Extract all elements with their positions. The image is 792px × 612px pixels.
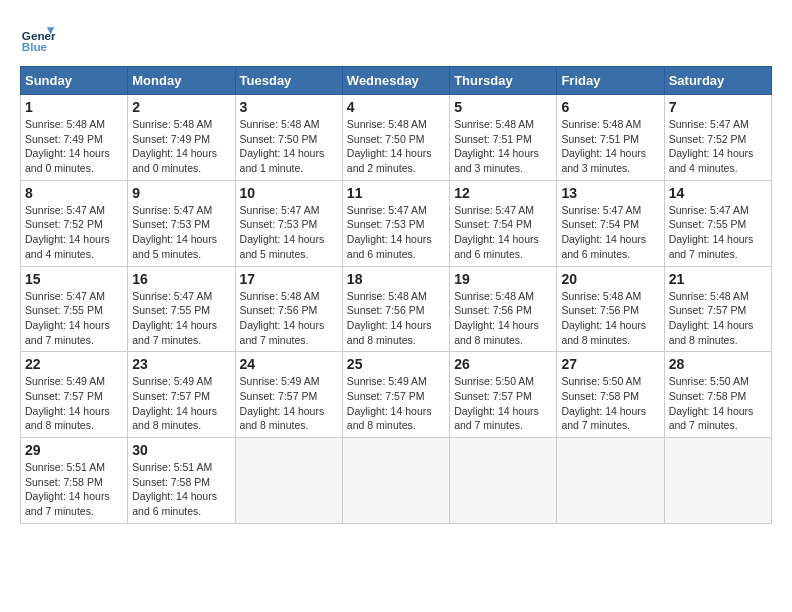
day-number: 30 bbox=[132, 442, 230, 458]
day-info: Sunrise: 5:47 AM Sunset: 7:55 PM Dayligh… bbox=[25, 289, 123, 348]
logo-icon: General Blue bbox=[20, 20, 56, 56]
day-number: 23 bbox=[132, 356, 230, 372]
day-number: 6 bbox=[561, 99, 659, 115]
calendar-day-cell: 30 Sunrise: 5:51 AM Sunset: 7:58 PM Dayl… bbox=[128, 438, 235, 524]
day-info: Sunrise: 5:48 AM Sunset: 7:49 PM Dayligh… bbox=[132, 117, 230, 176]
calendar-day-cell: 27 Sunrise: 5:50 AM Sunset: 7:58 PM Dayl… bbox=[557, 352, 664, 438]
day-info: Sunrise: 5:47 AM Sunset: 7:53 PM Dayligh… bbox=[132, 203, 230, 262]
calendar-day-cell: 3 Sunrise: 5:48 AM Sunset: 7:50 PM Dayli… bbox=[235, 95, 342, 181]
page-header: General Blue bbox=[20, 20, 772, 56]
day-number: 20 bbox=[561, 271, 659, 287]
day-number: 16 bbox=[132, 271, 230, 287]
day-number: 11 bbox=[347, 185, 445, 201]
calendar-day-cell: 6 Sunrise: 5:48 AM Sunset: 7:51 PM Dayli… bbox=[557, 95, 664, 181]
calendar-day-cell bbox=[342, 438, 449, 524]
day-info: Sunrise: 5:48 AM Sunset: 7:56 PM Dayligh… bbox=[347, 289, 445, 348]
day-info: Sunrise: 5:48 AM Sunset: 7:56 PM Dayligh… bbox=[454, 289, 552, 348]
weekday-header-row: SundayMondayTuesdayWednesdayThursdayFrid… bbox=[21, 67, 772, 95]
day-info: Sunrise: 5:51 AM Sunset: 7:58 PM Dayligh… bbox=[25, 460, 123, 519]
calendar-day-cell: 22 Sunrise: 5:49 AM Sunset: 7:57 PM Dayl… bbox=[21, 352, 128, 438]
calendar-day-cell: 18 Sunrise: 5:48 AM Sunset: 7:56 PM Dayl… bbox=[342, 266, 449, 352]
calendar-day-cell bbox=[664, 438, 771, 524]
day-info: Sunrise: 5:47 AM Sunset: 7:55 PM Dayligh… bbox=[132, 289, 230, 348]
calendar-day-cell: 13 Sunrise: 5:47 AM Sunset: 7:54 PM Dayl… bbox=[557, 180, 664, 266]
day-number: 2 bbox=[132, 99, 230, 115]
day-number: 19 bbox=[454, 271, 552, 287]
calendar-day-cell: 23 Sunrise: 5:49 AM Sunset: 7:57 PM Dayl… bbox=[128, 352, 235, 438]
day-info: Sunrise: 5:48 AM Sunset: 7:57 PM Dayligh… bbox=[669, 289, 767, 348]
day-number: 1 bbox=[25, 99, 123, 115]
day-number: 18 bbox=[347, 271, 445, 287]
calendar-day-cell: 12 Sunrise: 5:47 AM Sunset: 7:54 PM Dayl… bbox=[450, 180, 557, 266]
day-number: 3 bbox=[240, 99, 338, 115]
day-info: Sunrise: 5:47 AM Sunset: 7:54 PM Dayligh… bbox=[454, 203, 552, 262]
calendar-week-row: 15 Sunrise: 5:47 AM Sunset: 7:55 PM Dayl… bbox=[21, 266, 772, 352]
day-number: 25 bbox=[347, 356, 445, 372]
calendar-day-cell: 5 Sunrise: 5:48 AM Sunset: 7:51 PM Dayli… bbox=[450, 95, 557, 181]
day-info: Sunrise: 5:50 AM Sunset: 7:58 PM Dayligh… bbox=[669, 374, 767, 433]
calendar-day-cell: 14 Sunrise: 5:47 AM Sunset: 7:55 PM Dayl… bbox=[664, 180, 771, 266]
day-number: 10 bbox=[240, 185, 338, 201]
day-info: Sunrise: 5:50 AM Sunset: 7:57 PM Dayligh… bbox=[454, 374, 552, 433]
day-info: Sunrise: 5:49 AM Sunset: 7:57 PM Dayligh… bbox=[25, 374, 123, 433]
day-number: 27 bbox=[561, 356, 659, 372]
day-number: 21 bbox=[669, 271, 767, 287]
calendar-day-cell: 25 Sunrise: 5:49 AM Sunset: 7:57 PM Dayl… bbox=[342, 352, 449, 438]
calendar-day-cell: 24 Sunrise: 5:49 AM Sunset: 7:57 PM Dayl… bbox=[235, 352, 342, 438]
day-info: Sunrise: 5:49 AM Sunset: 7:57 PM Dayligh… bbox=[132, 374, 230, 433]
day-number: 5 bbox=[454, 99, 552, 115]
day-info: Sunrise: 5:47 AM Sunset: 7:54 PM Dayligh… bbox=[561, 203, 659, 262]
day-number: 26 bbox=[454, 356, 552, 372]
day-info: Sunrise: 5:49 AM Sunset: 7:57 PM Dayligh… bbox=[240, 374, 338, 433]
calendar-day-cell: 9 Sunrise: 5:47 AM Sunset: 7:53 PM Dayli… bbox=[128, 180, 235, 266]
calendar-day-cell: 7 Sunrise: 5:47 AM Sunset: 7:52 PM Dayli… bbox=[664, 95, 771, 181]
day-number: 22 bbox=[25, 356, 123, 372]
calendar-table: SundayMondayTuesdayWednesdayThursdayFrid… bbox=[20, 66, 772, 524]
day-info: Sunrise: 5:51 AM Sunset: 7:58 PM Dayligh… bbox=[132, 460, 230, 519]
day-info: Sunrise: 5:48 AM Sunset: 7:51 PM Dayligh… bbox=[561, 117, 659, 176]
weekday-header-cell: Sunday bbox=[21, 67, 128, 95]
weekday-header-cell: Friday bbox=[557, 67, 664, 95]
calendar-week-row: 22 Sunrise: 5:49 AM Sunset: 7:57 PM Dayl… bbox=[21, 352, 772, 438]
calendar-day-cell: 21 Sunrise: 5:48 AM Sunset: 7:57 PM Dayl… bbox=[664, 266, 771, 352]
calendar-day-cell: 4 Sunrise: 5:48 AM Sunset: 7:50 PM Dayli… bbox=[342, 95, 449, 181]
day-info: Sunrise: 5:48 AM Sunset: 7:56 PM Dayligh… bbox=[561, 289, 659, 348]
day-number: 12 bbox=[454, 185, 552, 201]
day-number: 28 bbox=[669, 356, 767, 372]
calendar-day-cell: 1 Sunrise: 5:48 AM Sunset: 7:49 PM Dayli… bbox=[21, 95, 128, 181]
day-number: 15 bbox=[25, 271, 123, 287]
day-info: Sunrise: 5:47 AM Sunset: 7:55 PM Dayligh… bbox=[669, 203, 767, 262]
calendar-week-row: 29 Sunrise: 5:51 AM Sunset: 7:58 PM Dayl… bbox=[21, 438, 772, 524]
calendar-day-cell: 15 Sunrise: 5:47 AM Sunset: 7:55 PM Dayl… bbox=[21, 266, 128, 352]
calendar-week-row: 1 Sunrise: 5:48 AM Sunset: 7:49 PM Dayli… bbox=[21, 95, 772, 181]
weekday-header-cell: Monday bbox=[128, 67, 235, 95]
day-info: Sunrise: 5:47 AM Sunset: 7:53 PM Dayligh… bbox=[240, 203, 338, 262]
calendar-day-cell: 16 Sunrise: 5:47 AM Sunset: 7:55 PM Dayl… bbox=[128, 266, 235, 352]
weekday-header-cell: Thursday bbox=[450, 67, 557, 95]
weekday-header-cell: Tuesday bbox=[235, 67, 342, 95]
calendar-day-cell: 20 Sunrise: 5:48 AM Sunset: 7:56 PM Dayl… bbox=[557, 266, 664, 352]
calendar-day-cell: 28 Sunrise: 5:50 AM Sunset: 7:58 PM Dayl… bbox=[664, 352, 771, 438]
day-info: Sunrise: 5:50 AM Sunset: 7:58 PM Dayligh… bbox=[561, 374, 659, 433]
calendar-day-cell: 17 Sunrise: 5:48 AM Sunset: 7:56 PM Dayl… bbox=[235, 266, 342, 352]
calendar-day-cell bbox=[557, 438, 664, 524]
day-info: Sunrise: 5:49 AM Sunset: 7:57 PM Dayligh… bbox=[347, 374, 445, 433]
day-number: 4 bbox=[347, 99, 445, 115]
day-info: Sunrise: 5:48 AM Sunset: 7:49 PM Dayligh… bbox=[25, 117, 123, 176]
day-info: Sunrise: 5:48 AM Sunset: 7:50 PM Dayligh… bbox=[240, 117, 338, 176]
calendar-day-cell: 11 Sunrise: 5:47 AM Sunset: 7:53 PM Dayl… bbox=[342, 180, 449, 266]
calendar-day-cell: 8 Sunrise: 5:47 AM Sunset: 7:52 PM Dayli… bbox=[21, 180, 128, 266]
day-number: 29 bbox=[25, 442, 123, 458]
day-info: Sunrise: 5:47 AM Sunset: 7:53 PM Dayligh… bbox=[347, 203, 445, 262]
calendar-day-cell: 10 Sunrise: 5:47 AM Sunset: 7:53 PM Dayl… bbox=[235, 180, 342, 266]
day-number: 24 bbox=[240, 356, 338, 372]
day-info: Sunrise: 5:48 AM Sunset: 7:50 PM Dayligh… bbox=[347, 117, 445, 176]
day-info: Sunrise: 5:48 AM Sunset: 7:51 PM Dayligh… bbox=[454, 117, 552, 176]
calendar-day-cell: 19 Sunrise: 5:48 AM Sunset: 7:56 PM Dayl… bbox=[450, 266, 557, 352]
day-number: 17 bbox=[240, 271, 338, 287]
day-number: 8 bbox=[25, 185, 123, 201]
weekday-header-cell: Wednesday bbox=[342, 67, 449, 95]
calendar-body: 1 Sunrise: 5:48 AM Sunset: 7:49 PM Dayli… bbox=[21, 95, 772, 524]
logo: General Blue bbox=[20, 20, 60, 56]
day-number: 13 bbox=[561, 185, 659, 201]
